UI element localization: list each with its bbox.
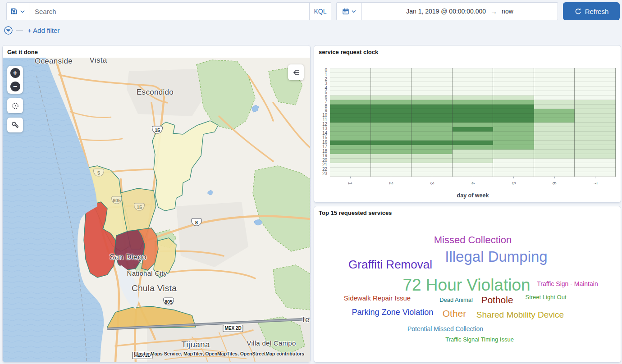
tagcloud-tag[interactable]: Parking Zone Violation [352, 308, 434, 316]
tagcloud-tag[interactable]: Graffiti Removal [348, 259, 432, 270]
heatmap-cell[interactable] [412, 150, 453, 154]
heatmap-cell[interactable] [493, 136, 534, 141]
heatmap-cell[interactable] [493, 123, 534, 127]
heatmap-cell[interactable] [575, 172, 616, 177]
heatmap-cell[interactable] [493, 105, 534, 109]
heatmap-cell[interactable] [330, 114, 371, 118]
heatmap-cell[interactable] [330, 127, 371, 132]
fit-to-data-button[interactable] [7, 98, 23, 113]
heatmap-cell[interactable] [330, 105, 371, 109]
heatmap-cell[interactable] [534, 73, 575, 77]
heatmap-cell[interactable] [493, 109, 534, 114]
tagcloud-tag[interactable]: Traffic Sign - Maintain [537, 281, 598, 287]
heatmap-cell[interactable] [371, 105, 412, 109]
tagcloud-tag[interactable]: Pothole [481, 295, 513, 305]
map-tools-button[interactable] [7, 118, 23, 132]
heatmap-cell[interactable] [330, 109, 371, 114]
heatmap-cell[interactable] [412, 159, 453, 163]
filter-icon[interactable] [4, 26, 13, 35]
zoom-in-button[interactable]: + [9, 67, 22, 79]
heatmap-cell[interactable] [371, 145, 412, 150]
heatmap-cell[interactable] [575, 109, 616, 114]
heatmap-cell[interactable] [453, 127, 494, 132]
heatmap-cell[interactable] [493, 77, 534, 82]
heatmap-cell[interactable] [575, 163, 616, 168]
date-range-end[interactable]: now [502, 8, 513, 15]
date-quick-select-button[interactable] [337, 3, 362, 20]
heatmap-cell[interactable] [493, 82, 534, 86]
heatmap-cell[interactable] [453, 159, 494, 163]
heatmap-cell[interactable] [534, 109, 575, 114]
heatmap-cell[interactable] [330, 77, 371, 82]
heatmap-cell[interactable] [493, 163, 534, 168]
heatmap-cell[interactable] [575, 127, 616, 132]
heatmap-cell[interactable] [575, 150, 616, 154]
heatmap-cell[interactable] [534, 163, 575, 168]
heatmap-cell[interactable] [534, 136, 575, 141]
heatmap-cell[interactable] [453, 91, 494, 96]
heatmap-cell[interactable] [412, 91, 453, 96]
heatmap-cell[interactable] [534, 123, 575, 127]
heatmap-cell[interactable] [371, 77, 412, 82]
heatmap-cell[interactable] [534, 96, 575, 100]
heatmap-cell[interactable] [493, 132, 534, 136]
date-range[interactable]: Jan 1, 2019 @ 00:00:00.000 → now [362, 8, 558, 15]
add-filter-button[interactable]: + Add filter [27, 27, 59, 34]
heatmap-cell[interactable] [575, 91, 616, 96]
heatmap-cell[interactable] [575, 105, 616, 109]
heatmap-cell[interactable] [453, 123, 494, 127]
heatmap-cell[interactable] [493, 118, 534, 123]
heatmap-cell[interactable] [493, 100, 534, 105]
heatmap-cell[interactable] [371, 150, 412, 154]
heatmap-cell[interactable] [371, 172, 412, 177]
heatmap-cell[interactable] [575, 100, 616, 105]
heatmap-cell[interactable] [412, 163, 453, 168]
heatmap-cell[interactable] [371, 86, 412, 91]
heatmap-cell[interactable] [453, 172, 494, 177]
heatmap-cell[interactable] [371, 96, 412, 100]
tagcloud-tag[interactable]: 72 Hour Violation [402, 277, 530, 293]
heatmap-cell[interactable] [453, 163, 494, 168]
heatmap-cell[interactable] [371, 68, 412, 73]
heatmap-cell[interactable] [412, 73, 453, 77]
heatmap-cell[interactable] [493, 96, 534, 100]
heatmap-cell[interactable] [412, 118, 453, 123]
tagcloud-tag[interactable]: Illegal Dumping [445, 249, 547, 264]
heatmap-cell[interactable] [493, 114, 534, 118]
heatmap-cell[interactable] [371, 168, 412, 172]
heatmap-cell[interactable] [330, 141, 371, 145]
heatmap-cell[interactable] [453, 114, 494, 118]
heatmap-cell[interactable] [534, 118, 575, 123]
heatmap-cell[interactable] [330, 163, 371, 168]
tagcloud-tag[interactable]: Sidewalk Repair Issue [344, 295, 411, 301]
heatmap-cell[interactable] [534, 132, 575, 136]
heatmap-cell[interactable] [534, 141, 575, 145]
heatmap-cell[interactable] [330, 145, 371, 150]
heatmap-cell[interactable] [371, 91, 412, 96]
heatmap-cell[interactable] [534, 154, 575, 159]
heatmap-cell[interactable] [534, 168, 575, 172]
heatmap-cell[interactable] [493, 86, 534, 91]
heatmap-cell[interactable] [575, 168, 616, 172]
heatmap-cell[interactable] [493, 154, 534, 159]
heatmap-cell[interactable] [493, 159, 534, 163]
heatmap-cell[interactable] [453, 168, 494, 172]
tagcloud-tag[interactable]: Traffic Signal Timing Issue [445, 337, 514, 342]
heatmap-cell[interactable] [330, 96, 371, 100]
heatmap-cell[interactable] [412, 105, 453, 109]
heatmap-cell[interactable] [371, 132, 412, 136]
heatmap-cell[interactable] [371, 82, 412, 86]
heatmap-cell[interactable] [412, 96, 453, 100]
heatmap-cell[interactable] [330, 68, 371, 73]
heatmap-cell[interactable] [534, 82, 575, 86]
heatmap-cell[interactable] [493, 141, 534, 145]
heatmap-cell[interactable] [575, 141, 616, 145]
heatmap-cell[interactable] [371, 123, 412, 127]
heatmap-cell[interactable] [453, 96, 494, 100]
heatmap-cell[interactable] [371, 127, 412, 132]
heatmap-cell[interactable] [493, 73, 534, 77]
heatmap-cell[interactable] [371, 141, 412, 145]
tagcloud-tag[interactable]: Shared Mobility Device [476, 310, 564, 319]
heatmap-cell[interactable] [412, 123, 453, 127]
heatmap-cell[interactable] [534, 172, 575, 177]
